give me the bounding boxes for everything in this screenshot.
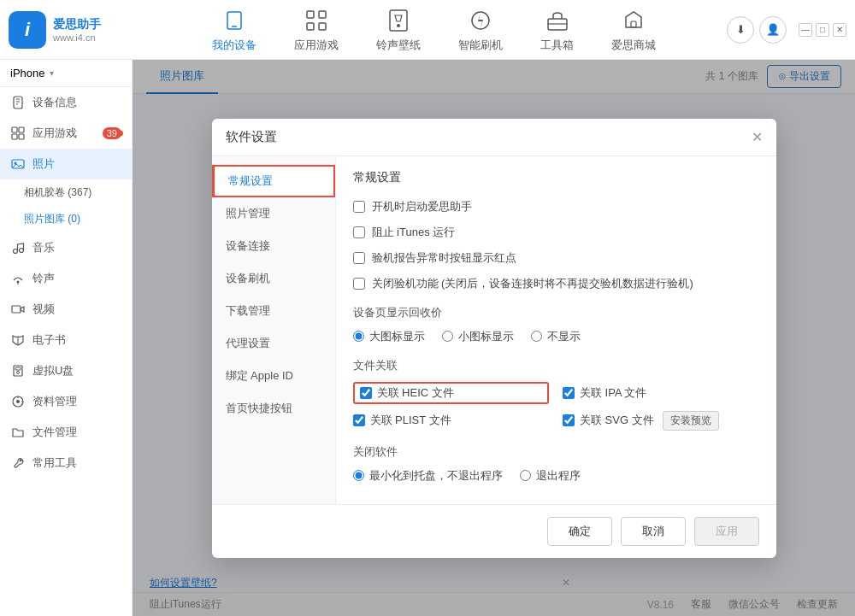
sidebar-item-ebook[interactable]: 电子书: [0, 325, 132, 355]
svg-point-24: [17, 281, 20, 284]
dialog-sidebar-item-home-shortcuts[interactable]: 首页快捷按钮: [212, 392, 335, 425]
svg-rect-26: [12, 306, 21, 313]
close-software-section: 关闭软件 最小化到托盘，不退出程序 退出程序: [353, 444, 759, 484]
block-itunes-label: 阻止 iTunes 运行: [372, 225, 456, 240]
logo-icon: i: [9, 11, 46, 49]
autostart-checkbox[interactable]: [353, 201, 365, 213]
svg-point-32: [16, 400, 20, 403]
file-assoc-grid: 关联 HEIC 文件 关联 IPA 文件 关联 PLIST 文件: [353, 382, 759, 431]
file-assoc-section: 文件关联 关联 HEIC 文件 关联 IPA 文件: [353, 358, 759, 431]
video-icon: [10, 302, 26, 317]
section-title: 常规设置: [353, 170, 759, 185]
ipa-label: 关联 IPA 文件: [580, 385, 647, 401]
sidebar-item-virtual-udisk[interactable]: 虚拟U盘: [0, 355, 132, 386]
sidebar-item-music[interactable]: 音乐: [0, 232, 132, 263]
plist-file-assoc-row: 关联 PLIST 文件: [353, 411, 550, 431]
sidebar-item-camera-roll[interactable]: 相机胶卷 (367): [24, 179, 132, 206]
svg-rect-29: [15, 367, 21, 370]
disable-verify-label: 关闭验机功能 (关闭后，设备连接时将不再提交验机数据进行验机): [372, 276, 693, 291]
confirm-button[interactable]: 确定: [547, 517, 612, 546]
close-btn[interactable]: ✕: [833, 23, 846, 37]
device-header[interactable]: iPhone ▾: [0, 60, 132, 87]
nav-items: 我的设备应用游戏铃声壁纸智能刷机工具箱爱思商城: [141, 0, 727, 60]
dialog-body: 常规设置照片管理设备连接设备刷机下载管理代理设置绑定 Apple ID首页快捷按…: [212, 156, 776, 504]
sidebar-item-photos[interactable]: 照片: [0, 149, 132, 179]
user-btn[interactable]: 👤: [759, 16, 787, 44]
sidebar-item-ringtone[interactable]: 铃声: [0, 263, 132, 294]
smart-flash-icon: [467, 7, 494, 34]
dialog-overlay: 软件设置 ✕ 常规设置照片管理设备连接设备刷机下载管理代理设置绑定 Apple …: [133, 60, 855, 616]
dialog-close-button[interactable]: ✕: [752, 129, 763, 145]
top-bar: i 爱思助手 www.i4.cn 我的设备应用游戏铃声壁纸智能刷机工具箱爱思商城…: [0, 0, 855, 60]
plist-checkbox[interactable]: [353, 414, 365, 426]
show-red-dot-checkbox[interactable]: [353, 252, 365, 264]
svg-point-23: [20, 249, 24, 253]
sidebar-item-common-tools[interactable]: 常用工具: [0, 448, 132, 478]
checkbox-row-disable-verify: 关闭验机功能 (关闭后，设备连接时将不再提交验机数据进行验机): [353, 276, 759, 291]
svg-rect-12: [14, 97, 22, 109]
svg-label: 关联 SVG 文件: [580, 413, 654, 428]
disable-verify-checkbox[interactable]: [353, 278, 365, 290]
music-icon: [10, 240, 26, 255]
radio-small-icon[interactable]: 小图标显示: [442, 329, 514, 344]
radio-exit-program[interactable]: 退出程序: [520, 468, 581, 484]
nav-item-smart-flash[interactable]: 智能刷机: [439, 0, 522, 60]
sidebar-item-photo-library[interactable]: 照片图库 (0): [24, 206, 132, 232]
settings-dialog: 软件设置 ✕ 常规设置照片管理设备连接设备刷机下载管理代理设置绑定 Apple …: [212, 119, 776, 558]
minimize-btn[interactable]: —: [799, 23, 812, 37]
ringtone-icon: [10, 271, 26, 286]
svg-file-assoc-row: 关联 SVG 文件 安装预览: [563, 411, 759, 431]
data-mgmt-icon: [10, 394, 26, 409]
sidebar-item-data-mgmt[interactable]: 资料管理: [0, 386, 132, 417]
dialog-sidebar-item-proxy-settings[interactable]: 代理设置: [212, 327, 335, 360]
cancel-button[interactable]: 取消: [621, 517, 686, 546]
sidebar-item-device-info[interactable]: 设备信息: [0, 87, 132, 118]
show-red-dot-label: 验机报告异常时按钮显示红点: [372, 250, 516, 266]
apply-button[interactable]: 应用: [694, 517, 759, 546]
restore-btn[interactable]: □: [816, 23, 829, 37]
ipa-checkbox[interactable]: [563, 387, 575, 399]
my-device-icon: [221, 7, 248, 34]
nav-item-my-device[interactable]: 我的设备: [193, 0, 275, 60]
nav-item-toolbox[interactable]: 工具箱: [522, 0, 593, 60]
toolbox-icon: [544, 7, 571, 34]
device-display-title: 设备页显示回收价: [353, 305, 759, 320]
svg-rect-6: [390, 10, 407, 31]
nav-item-apps-games[interactable]: 应用游戏: [275, 0, 357, 60]
sidebar-item-apps[interactable]: 应用游戏 39: [0, 118, 132, 149]
svg-point-30: [17, 372, 20, 374]
ipa-file-assoc-row: 关联 IPA 文件: [563, 382, 759, 404]
sidebar-item-file-mgmt[interactable]: 文件管理: [0, 417, 132, 448]
nav-item-aisixstore[interactable]: 爱思商城: [593, 0, 675, 60]
sidebar-item-video[interactable]: 视频: [0, 294, 132, 325]
dialog-title: 软件设置: [226, 129, 277, 145]
download-btn[interactable]: ⬇: [727, 16, 754, 44]
window-controls: ⬇ 👤 — □ ✕: [727, 16, 846, 44]
block-itunes-checkbox[interactable]: [353, 226, 365, 238]
svg-rect-18: [12, 134, 17, 139]
apps-games-icon: [303, 7, 330, 34]
dialog-sidebar-item-general[interactable]: 常规设置: [212, 165, 335, 197]
dialog-sidebar-item-device-conn[interactable]: 设备连接: [212, 230, 335, 262]
radio-no-display[interactable]: 不显示: [531, 329, 581, 344]
svg-point-22: [14, 249, 18, 254]
heic-checkbox[interactable]: [360, 387, 372, 399]
svg-checkbox[interactable]: [563, 414, 575, 426]
dialog-sidebar-item-download-mgmt[interactable]: 下载管理: [212, 295, 335, 327]
dialog-sidebar-item-photo-mgmt[interactable]: 照片管理: [212, 197, 335, 230]
udisk-icon: [10, 363, 26, 378]
logo-area: i 爱思助手 www.i4.cn: [9, 11, 141, 49]
dialog-sidebar-item-device-flash[interactable]: 设备刷机: [212, 262, 335, 295]
dialog-sidebar: 常规设置照片管理设备连接设备刷机下载管理代理设置绑定 Apple ID首页快捷按…: [212, 156, 336, 504]
radio-minimize-tray[interactable]: 最小化到托盘，不退出程序: [353, 468, 503, 484]
main-layout: iPhone ▾ 设备信息 应用游戏 39 照片 相机胶卷 (367) 照片图库…: [0, 60, 855, 616]
checkbox-row-show-red-dot: 验机报告异常时按钮显示红点: [353, 250, 759, 266]
svg-rect-11: [631, 21, 636, 27]
apps-dot: [117, 131, 123, 137]
ebook-icon: [10, 332, 26, 348]
nav-item-ringtones[interactable]: 铃声壁纸: [357, 0, 439, 60]
dialog-sidebar-item-bind-apple-id[interactable]: 绑定 Apple ID: [212, 360, 335, 392]
install-preview-button[interactable]: 安装预览: [663, 411, 719, 431]
radio-large-icon[interactable]: 大图标显示: [353, 329, 425, 344]
dialog-content-area: 常规设置 开机时启动爱思助手 阻止 iTunes 运行 验机报告异常: [336, 156, 776, 504]
